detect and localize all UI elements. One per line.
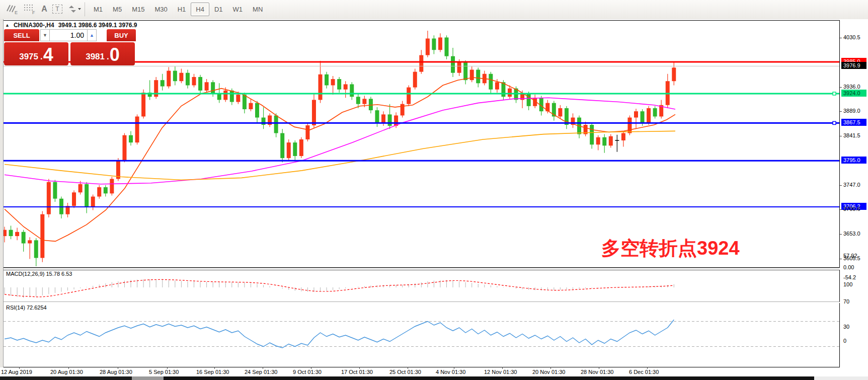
candle-body bbox=[167, 71, 171, 87]
spin-down-icon: ▼ bbox=[43, 33, 47, 38]
candle-body bbox=[40, 214, 44, 258]
candle-body bbox=[161, 80, 165, 86]
timeframe-d1-button[interactable]: D1 bbox=[209, 3, 228, 16]
hline-handle bbox=[833, 92, 836, 95]
sort-arrows-icon[interactable] bbox=[66, 3, 84, 16]
price-tick-mark bbox=[840, 234, 842, 235]
candle-body bbox=[527, 94, 531, 106]
candle-body bbox=[249, 103, 253, 109]
candle-body bbox=[312, 100, 316, 125]
fractals-grid-icon[interactable]: F bbox=[22, 3, 37, 16]
price-tick-label: 3841.5 bbox=[843, 132, 860, 138]
date-tick-mark bbox=[408, 367, 408, 369]
timeframe-m15-button[interactable]: M15 bbox=[127, 3, 149, 16]
volume-input[interactable]: 1.00 bbox=[50, 29, 87, 41]
candle-body bbox=[34, 240, 38, 258]
rsi-label: RSI(14) 72.6254 bbox=[6, 305, 47, 311]
timeframe-h4-button[interactable]: H4 bbox=[191, 3, 209, 16]
rsi-tick-label: 100 bbox=[843, 281, 852, 287]
text-label-icon[interactable]: A bbox=[38, 3, 50, 16]
candle-body bbox=[192, 77, 196, 86]
date-tick-label: 17 Oct 01:30 bbox=[341, 369, 373, 375]
candle-body bbox=[22, 232, 26, 244]
price-axis[interactable]: 3985.03976.93924.03867.53795.03706.24030… bbox=[840, 19, 868, 376]
date-tick-label: 20 Nov 01:30 bbox=[532, 369, 565, 375]
price-line-badge: 3924.0 bbox=[841, 90, 866, 97]
candle-body bbox=[141, 93, 145, 117]
macd-panel-plot[interactable] bbox=[4, 270, 840, 302]
candle-body bbox=[223, 91, 227, 100]
bottom-window-edge bbox=[814, 376, 868, 380]
text-box-icon[interactable]: T bbox=[51, 3, 63, 16]
candle-body bbox=[129, 135, 133, 142]
date-tick-label: 12 Aug 2019 bbox=[1, 369, 32, 375]
top-toolbar: E F A T M1M5M15M30H1H4D1W bbox=[0, 0, 868, 20]
candle-body bbox=[381, 114, 385, 123]
date-tick-label: 9 Oct 01:30 bbox=[293, 369, 322, 375]
candle-body bbox=[299, 139, 303, 156]
symbol-title: CHINA300-,H4 bbox=[14, 22, 54, 29]
date-tick-mark bbox=[311, 367, 311, 369]
mt4-terminal: { "toolbar": { "icon_labels": { "e": "E"… bbox=[0, 0, 868, 380]
candle-body bbox=[413, 72, 417, 88]
candle-body bbox=[609, 136, 613, 146]
collapse-panel-icon[interactable]: ▲ bbox=[5, 23, 10, 28]
candle-body bbox=[672, 67, 676, 81]
hline-handle bbox=[833, 121, 836, 124]
candle-body bbox=[325, 74, 329, 86]
date-tick-mark bbox=[454, 367, 454, 369]
candle-body bbox=[641, 111, 645, 123]
candle-body bbox=[457, 62, 461, 73]
timeframe-mn-button[interactable]: MN bbox=[248, 3, 268, 16]
candle-body bbox=[186, 73, 190, 86]
candle-body bbox=[205, 82, 209, 91]
timeframe-m1-button[interactable]: M1 bbox=[89, 3, 108, 16]
rsi-panel-plot[interactable] bbox=[4, 303, 840, 367]
ma-mid-line bbox=[5, 98, 675, 184]
date-tick-label: 28 Nov 01:30 bbox=[581, 369, 613, 375]
candle-body bbox=[15, 232, 19, 236]
panel-separator[interactable] bbox=[4, 268, 839, 269]
rsi-tick-label: 0 bbox=[843, 338, 846, 344]
candle-body bbox=[337, 79, 341, 90]
candle-body bbox=[350, 84, 354, 97]
date-tick-label: 20 Aug 01:30 bbox=[50, 369, 83, 375]
date-tick-label: 12 Nov 01:30 bbox=[484, 369, 517, 375]
volume-increase-button[interactable]: ▲ bbox=[87, 29, 97, 41]
candle-body bbox=[319, 74, 323, 100]
candle-body bbox=[110, 179, 114, 193]
bid-price-box[interactable]: 3975.4 bbox=[4, 42, 68, 65]
candle-body bbox=[369, 99, 373, 110]
quote-header: ▲ CHINA300-,H4 3949.1 3986.6 3949.1 3976… bbox=[5, 22, 137, 29]
hline-3867.5 bbox=[4, 122, 839, 124]
candle-body bbox=[489, 74, 493, 90]
sell-button[interactable]: SELL bbox=[4, 29, 39, 41]
timeframe-w1-button[interactable]: W1 bbox=[228, 3, 248, 16]
buy-button[interactable]: BUY bbox=[107, 29, 136, 41]
price-tick-label: 4030.5 bbox=[843, 34, 860, 40]
price-tick-mark bbox=[840, 38, 842, 38]
date-axis[interactable]: 12 Aug 201920 Aug 01:3028 Aug 01:305 Sep… bbox=[0, 367, 868, 376]
timeframe-h1-button[interactable]: H1 bbox=[173, 3, 191, 16]
trade-controls-row: SELL ▼ 1.00 ▲ BUY bbox=[4, 29, 136, 41]
toolbar-divider bbox=[85, 3, 85, 16]
timeframe-m30-button[interactable]: M30 bbox=[149, 3, 172, 16]
candle-body bbox=[432, 39, 436, 50]
price-tick-label: 3700.6 bbox=[843, 206, 860, 212]
expert-advisor-icon[interactable]: E bbox=[4, 3, 20, 16]
svg-text:E: E bbox=[15, 10, 18, 15]
hline-3795.0 bbox=[4, 160, 839, 162]
candle-body bbox=[331, 79, 335, 85]
candle-body bbox=[179, 73, 183, 82]
date-tick-label: 24 Sep 01:30 bbox=[245, 369, 277, 375]
ma-slow-line bbox=[5, 131, 675, 180]
candle-body bbox=[211, 82, 215, 94]
ask-price-box[interactable]: 3981.0 bbox=[70, 42, 135, 65]
candle-body bbox=[470, 70, 474, 81]
timeframe-m5-button[interactable]: M5 bbox=[108, 3, 127, 16]
date-tick-mark bbox=[550, 367, 551, 369]
candle-body bbox=[255, 103, 259, 118]
date-tick-label: 16 Sep 01:30 bbox=[196, 369, 229, 375]
volume-decrease-button[interactable]: ▼ bbox=[40, 29, 50, 41]
hline-3924.0 bbox=[4, 93, 839, 95]
